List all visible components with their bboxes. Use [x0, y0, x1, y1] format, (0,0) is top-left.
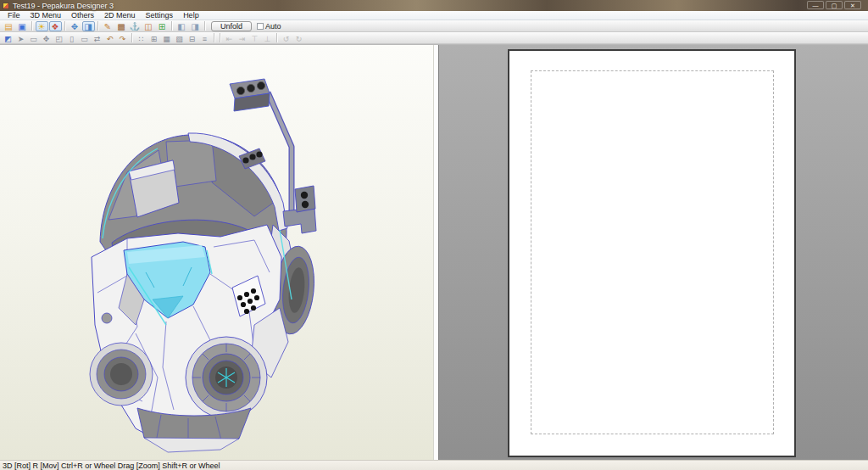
page-margin-guide: [531, 70, 774, 434]
toolbar-separator: [31, 21, 32, 31]
close-button[interactable]: ✕: [844, 1, 861, 9]
menu-file[interactable]: File: [3, 11, 25, 20]
move-island-icon[interactable]: ✥: [41, 33, 53, 43]
lasso-select-icon[interactable]: ➤: [15, 33, 27, 43]
light-toggle-icon[interactable]: ☀: [36, 21, 48, 31]
toolbar-separator: [171, 21, 172, 31]
rotate-right-icon[interactable]: ↷: [117, 33, 129, 43]
node-link-icon[interactable]: ⊞: [156, 21, 169, 31]
align-top-icon[interactable]: ⊤: [249, 33, 261, 43]
layout-left-icon[interactable]: ◧: [175, 21, 188, 31]
status-bar: 3D [Rot] R [Mov] Ctrl+R or Wheel Drag [Z…: [0, 460, 868, 470]
material-view-icon[interactable]: ❖: [49, 21, 62, 31]
part-page-icon[interactable]: ◰: [53, 33, 65, 43]
maximize-button[interactable]: ▢: [826, 1, 843, 9]
export-icon[interactable]: ≡: [199, 33, 211, 43]
window-title: Test19 - Pepakura Designer 3: [13, 2, 114, 10]
texture-map-icon[interactable]: ▧: [174, 33, 186, 43]
align-bottom-icon[interactable]: ⊥: [262, 33, 274, 43]
divide-face-icon[interactable]: ∷: [136, 33, 147, 43]
unfold-button[interactable]: Unfold: [211, 21, 252, 31]
workspace: [0, 44, 868, 460]
menu-help[interactable]: Help: [178, 11, 204, 20]
toolbar-separator: [97, 21, 98, 31]
menu-3d-menu[interactable]: 3D Menu: [25, 11, 67, 20]
toolbar-separator: [276, 33, 277, 42]
layout-2d-pane[interactable]: [439, 45, 868, 460]
status-hint-text: 3D [Rot] R [Mov] Ctrl+R or Wheel Drag [Z…: [3, 462, 220, 470]
pepakura-window: Test19 - Pepakura Designer 3 — ▢ ✕ File …: [0, 0, 868, 470]
edit-toolbar: ◩ ➤ ▭ ✥ ◰ ▯ ▭ ⇄ ↶ ↷ ∷ ⊞ ▦ ▧ ⊟ ≡ ⇤ ⇥ ⊤ ⊥ …: [0, 32, 868, 44]
layout-right-icon[interactable]: ◨: [189, 21, 202, 31]
undo-icon[interactable]: ↺: [281, 33, 292, 43]
auto-checkbox-group: Auto: [257, 22, 281, 31]
page-blank-icon[interactable]: ▯: [66, 33, 78, 43]
flip-icon[interactable]: ⇄: [92, 33, 103, 43]
window-controls: — ▢ ✕: [807, 1, 861, 9]
rotate-left-icon[interactable]: ↶: [104, 33, 116, 43]
print-icon[interactable]: ⊟: [186, 33, 198, 43]
pattern-page[interactable]: [508, 49, 796, 457]
menu-bar: File 3D Menu Others 2D Menu Settings Hel…: [0, 11, 868, 20]
rect-select-icon[interactable]: ▭: [28, 33, 40, 43]
menu-others[interactable]: Others: [66, 11, 99, 20]
open-file-icon[interactable]: ▤: [3, 21, 15, 31]
save-icon[interactable]: ▣: [16, 21, 29, 31]
redo-icon[interactable]: ↻: [293, 33, 305, 43]
helmet-3d-model[interactable]: [0, 45, 433, 461]
toolbar-separator: [131, 33, 132, 42]
rotate-3d-icon[interactable]: ✥: [69, 21, 81, 31]
toolbar-separator: [214, 33, 214, 42]
pane-splitter[interactable]: [433, 45, 439, 460]
app-icon: [3, 3, 9, 9]
toolbar-separator: [204, 21, 205, 31]
edit-mode-icon[interactable]: ✎: [102, 21, 114, 31]
toolbar-separator: [64, 21, 65, 31]
anchor-icon[interactable]: ⚓: [129, 21, 142, 31]
page-wide-icon[interactable]: ▭: [79, 33, 91, 43]
image-icon[interactable]: ◫: [142, 21, 155, 31]
select-part-icon[interactable]: ◩: [3, 33, 14, 43]
main-toolbar: ▤ ▣ ☀ ❖ ✥ ◨ ✎ ▩ ⚓ ◫ ⊞ ◧ ◨ Unfold Auto: [0, 20, 868, 32]
minimize-button[interactable]: —: [807, 1, 824, 9]
viewer-3d-pane[interactable]: [0, 45, 433, 460]
join-edge-icon[interactable]: ⊞: [148, 33, 160, 43]
menu-settings[interactable]: Settings: [141, 11, 179, 20]
title-bar: Test19 - Pepakura Designer 3 — ▢ ✕: [0, 0, 868, 11]
auto-checkbox-label: Auto: [265, 22, 281, 31]
auto-checkbox[interactable]: [257, 23, 264, 30]
view-2d-icon[interactable]: ◨: [82, 21, 95, 31]
menu-2d-menu[interactable]: 2D Menu: [99, 11, 141, 20]
toolbar-separator: [220, 33, 220, 42]
align-left-icon[interactable]: ⇤: [224, 33, 236, 43]
thumbnail-icon[interactable]: ▦: [161, 33, 173, 43]
texture-box-icon[interactable]: ▩: [115, 21, 128, 31]
align-right-icon[interactable]: ⇥: [236, 33, 248, 43]
